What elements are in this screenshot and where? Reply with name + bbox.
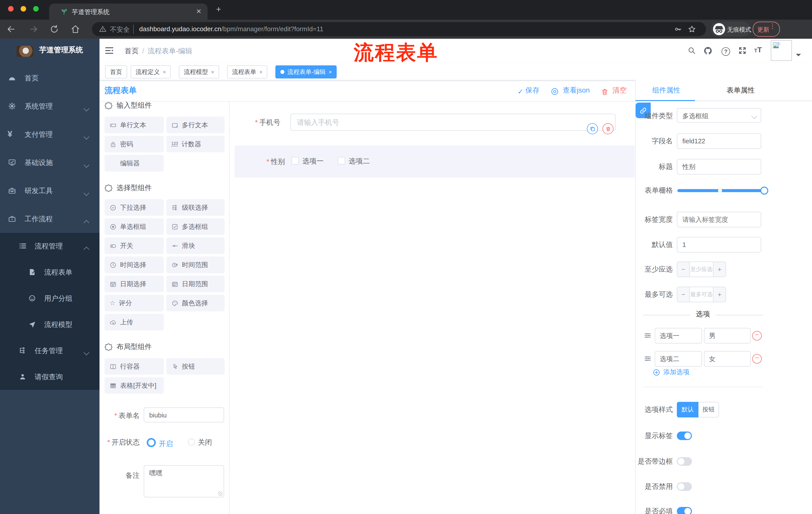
title-input[interactable]	[677, 159, 761, 174]
sidebar-item-devtools[interactable]: 研发工具	[0, 177, 99, 205]
tag-close-icon[interactable]: ×	[163, 69, 166, 75]
traffic-close-icon[interactable]	[8, 6, 13, 11]
palette-item-upload[interactable]: 上传	[105, 314, 164, 330]
form-name-input[interactable]	[144, 407, 224, 423]
reload-icon[interactable]	[50, 25, 59, 34]
max-select-placeholder[interactable]: 最多可选	[690, 287, 713, 302]
url-bar[interactable]: 不安全 dashboard.yudao.iocoder.cn/bpm/manag…	[92, 22, 706, 36]
option1-value-input[interactable]	[704, 328, 751, 344]
tab-form-props[interactable]: 表单属性	[721, 86, 761, 95]
traffic-minimize-icon[interactable]	[21, 6, 26, 11]
stepper-plus-button[interactable]: +	[713, 287, 726, 302]
phone-field-input[interactable]	[290, 114, 615, 131]
sidebar-item-system[interactable]: 系统管理	[0, 92, 99, 120]
font-size-icon[interactable]: TT	[754, 45, 762, 54]
browser-tab[interactable]: 芋道管理系统 ✕	[49, 3, 207, 20]
form-canvas[interactable]: *手机号 *性别 选项一 选项二	[229, 101, 635, 514]
sidebar-item-process-model[interactable]: 流程模型	[0, 311, 99, 337]
sidebar-item-workflow[interactable]: 工作流程	[0, 205, 99, 233]
sidebar-item-user-group[interactable]: 用户分组	[0, 285, 99, 311]
option2-value-input[interactable]	[704, 351, 751, 367]
palette-item-editor[interactable]: 编辑器	[105, 155, 164, 171]
status-on-radio[interactable]: 开启	[147, 438, 173, 449]
border-toggle[interactable]	[677, 457, 692, 466]
palette-item-password[interactable]: 密码	[105, 136, 164, 153]
stepper-minus-button[interactable]: −	[677, 262, 690, 277]
remove-option-button[interactable]: −	[752, 354, 762, 363]
tag-close-icon[interactable]: ×	[211, 69, 214, 75]
browser-menu-dots-icon[interactable]: ⋮	[769, 24, 776, 28]
palette-item-row-container[interactable]: 行容器	[105, 358, 164, 375]
palette-item-time-picker[interactable]: 时间选择	[105, 256, 164, 273]
clear-button[interactable]: 清空	[601, 86, 627, 96]
style-button-button[interactable]: 按钮	[698, 402, 719, 417]
field-name-input[interactable]	[677, 133, 761, 149]
palette-item-date-range[interactable]: 日期范围	[166, 276, 225, 292]
bookmark-star-icon[interactable]	[688, 25, 696, 33]
fullscreen-icon[interactable]	[738, 46, 747, 55]
show-label-toggle[interactable]	[677, 432, 692, 440]
delete-component-button[interactable]	[603, 123, 613, 134]
selected-component-block[interactable]: *性别 选项一 选项二	[235, 145, 635, 178]
copy-component-button[interactable]	[587, 123, 598, 134]
password-key-icon[interactable]	[674, 25, 682, 33]
textarea-resize-handle[interactable]	[218, 491, 223, 496]
not-secure-label[interactable]: 不安全	[110, 25, 129, 34]
palette-item-table[interactable]: 表格[开发中]	[105, 377, 164, 394]
stepper-plus-button[interactable]: +	[713, 262, 726, 277]
palette-item-single-text[interactable]: 单行文本	[105, 117, 164, 133]
forward-icon[interactable]	[29, 25, 38, 34]
sidebar-item-process-form[interactable]: 流程表单	[0, 259, 99, 285]
sidebar-item-payment[interactable]: ¥ 支付管理	[0, 120, 99, 148]
hamburger-fold-icon[interactable]	[105, 46, 114, 55]
update-button[interactable]: 更新 ⋮	[753, 22, 780, 37]
sidebar-item-home[interactable]: 首页	[0, 64, 99, 92]
form-grid-slider[interactable]	[677, 189, 764, 192]
disabled-toggle[interactable]	[677, 482, 692, 491]
tag-process-definition[interactable]: 流程定义×	[130, 65, 171, 78]
tag-home[interactable]: 首页	[105, 65, 127, 78]
tag-close-icon[interactable]: ×	[259, 69, 263, 75]
home-icon[interactable]	[71, 25, 80, 34]
tag-process-model[interactable]: 流程模型×	[179, 65, 219, 78]
drag-handle-icon[interactable]	[644, 331, 652, 340]
avatar-caret-icon[interactable]	[796, 54, 801, 59]
sidebar-item-process-mgmt[interactable]: 流程管理	[0, 233, 99, 259]
palette-item-date-picker[interactable]: 日期选择	[105, 276, 164, 292]
palette-item-rate[interactable]: ☆评分	[105, 295, 164, 311]
help-icon[interactable]: ?	[722, 46, 730, 56]
drag-handle-icon[interactable]	[644, 355, 652, 362]
slider-handle[interactable]	[760, 187, 768, 195]
palette-item-multi-text[interactable]: 多行文本	[166, 117, 225, 133]
palette-item-select[interactable]: 下拉选择	[105, 199, 164, 216]
option2-label-input[interactable]	[655, 351, 702, 367]
save-button[interactable]: ✓保存	[518, 86, 540, 96]
tag-close-icon[interactable]: ×	[329, 69, 332, 75]
sidebar-item-task-mgmt[interactable]: 任务管理	[0, 337, 99, 363]
palette-item-button[interactable]: 按钮	[166, 358, 225, 375]
tag-process-form[interactable]: 流程表单×	[227, 65, 267, 78]
breadcrumb-home[interactable]: 首页	[125, 47, 139, 55]
component-type-select[interactable]: 多选框组	[677, 108, 761, 123]
palette-item-checkbox-group[interactable]: 多选框组	[166, 218, 225, 235]
min-select-placeholder[interactable]: 至少应选	[690, 262, 713, 277]
add-option-button[interactable]: 添加选项	[653, 368, 689, 377]
palette-item-switch[interactable]: 开关	[105, 237, 164, 254]
sidebar-item-infra[interactable]: 基础设施	[0, 148, 99, 177]
palette-item-slider[interactable]: 滑块	[166, 237, 225, 254]
github-icon[interactable]	[703, 46, 713, 55]
label-width-input[interactable]	[677, 212, 761, 227]
palette-item-color-picker[interactable]: 颜色选择	[166, 295, 225, 311]
default-value-input[interactable]	[677, 237, 761, 252]
search-icon[interactable]	[687, 46, 696, 55]
new-tab-icon[interactable]: +	[216, 6, 221, 13]
style-default-button[interactable]: 默认	[677, 402, 698, 417]
option1-label-input[interactable]	[655, 328, 702, 344]
traffic-zoom-icon[interactable]	[33, 6, 39, 11]
stepper-minus-button[interactable]: −	[677, 287, 690, 302]
remove-option-button[interactable]: −	[752, 331, 762, 341]
required-toggle[interactable]	[677, 507, 692, 514]
form-remark-textarea[interactable]: 嘿嘿	[144, 465, 224, 497]
gender-option2-checkbox[interactable]: 选项二	[338, 157, 370, 166]
palette-item-cascade[interactable]: 级联选择	[166, 199, 225, 216]
